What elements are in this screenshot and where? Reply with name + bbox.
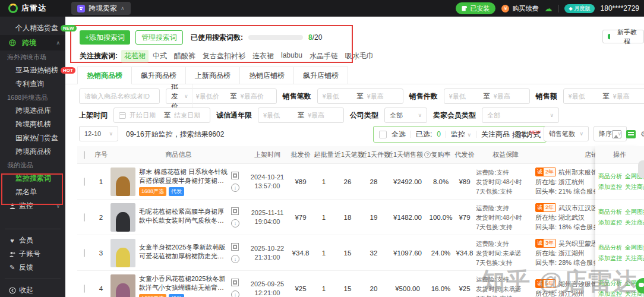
price-type-select[interactable]: 批发价∨	[171, 81, 192, 112]
sidebar-item-country-hot[interactable]: 国家热门货盘	[0, 131, 65, 145]
download-icon[interactable]	[231, 219, 239, 228]
product-image[interactable]	[111, 274, 135, 297]
keyword-tag[interactable]: 连衣裙	[250, 50, 277, 62]
orders-min-input[interactable]	[323, 93, 353, 100]
product-title[interactable]: 女童小香风花苞裙2025秋冬新款洋气小女孩蝴蝶结无袖背心公主裙	[139, 274, 228, 292]
product-title[interactable]: 毛呢花苞裙松紧高腰半身裙厚款中长款女装时尚气质秋冬季款A字裙	[139, 207, 228, 225]
follow-product-link[interactable]: 关注商品	[625, 219, 644, 227]
add-monitor-link[interactable]: 添加监控	[598, 183, 622, 191]
product-analysis-link[interactable]: 商品分析	[598, 172, 622, 181]
sidebar-item-feedback[interactable]: ✎反馈	[0, 261, 65, 274]
account-phone[interactable]: 180****2729	[601, 4, 639, 12]
sidebar-item-patent-search[interactable]: 专利查询	[0, 77, 65, 91]
product-analysis-link[interactable]: 商品分析	[598, 208, 622, 216]
batch-monitor-button[interactable]: 监控 ∨	[451, 129, 471, 140]
sidebar-item-picks-library[interactable]: 跨境选品库	[0, 104, 65, 118]
product-image[interactable]	[111, 203, 135, 232]
monitor-date-select[interactable]: 12-10∨	[79, 126, 118, 141]
renew-button[interactable]: ¥ 购买续费	[501, 4, 538, 13]
download-icon[interactable]	[231, 255, 239, 263]
qr-code-icon[interactable]	[231, 172, 239, 179]
date-end-input[interactable]	[174, 112, 205, 119]
sidebar-item-collapse[interactable]: 收起	[0, 283, 65, 297]
list-view-icon[interactable]	[626, 130, 636, 138]
sidebar-item-monitor[interactable]: 监控∨	[0, 199, 65, 213]
sidebar-item-amazon-hot[interactable]: 亚马逊热销榜HOT	[0, 64, 65, 77]
follow-product-link[interactable]: 关注商品	[625, 183, 644, 191]
floating-side-tab[interactable]	[638, 160, 644, 178]
price-max-input[interactable]	[241, 93, 272, 100]
keyword-tag[interactable]: 醋酸裤	[171, 50, 198, 62]
tab-飙升店铺榜[interactable]: 飙升店铺榜	[294, 67, 348, 84]
tab-上新商品榜[interactable]: 上新商品榜	[186, 67, 240, 84]
header-checkbox[interactable]	[84, 151, 85, 159]
keyword-tag[interactable]: 复古盘扣衬衫	[200, 50, 248, 62]
cloud-icon[interactable]: ☁	[544, 4, 552, 13]
date-start-input[interactable]	[130, 112, 160, 119]
row-checkbox[interactable]	[84, 285, 85, 293]
amount-min-input[interactable]	[569, 93, 599, 100]
product-title[interactable]: 那末 棉感花苞裙 日系秋冬针线百搭保暖显瘦半身裙打笼裙女2135-1	[139, 168, 228, 185]
follow-item-button[interactable]: 关注商品	[481, 129, 510, 140]
manage-keywords-button[interactable]: 管理搜索词	[135, 30, 183, 45]
image-search-link[interactable]: 全网图搜	[625, 208, 644, 216]
qr-code-icon[interactable]	[231, 207, 239, 215]
shop-name[interactable]: 杭州那末服饰有限公司	[558, 168, 595, 177]
workspace-tab[interactable]: 跨境卖家 ∧	[71, 2, 131, 15]
items-min-input[interactable]	[449, 93, 480, 100]
qr-code-icon[interactable]	[231, 279, 239, 286]
qr-code-icon[interactable]	[231, 243, 239, 251]
shop-name[interactable]: 湖州言汐服饰有限公司	[558, 279, 595, 289]
keyword-tag[interactable]: 花苞裙	[121, 50, 149, 62]
product-analysis-link[interactable]: 商品分析	[598, 279, 622, 287]
select-all-label[interactable]: 全选	[392, 129, 406, 140]
image-view-icon[interactable]	[612, 130, 621, 138]
sidebar-item-personal-picks[interactable]: 个人精选货盘NEW	[0, 21, 65, 35]
sidebar-item-monitor-keywords[interactable]: 监控搜索词	[0, 172, 65, 185]
sidebar-item-cross-border[interactable]: 跨境∧	[0, 35, 65, 50]
row-checkbox[interactable]	[84, 213, 85, 222]
add-keyword-button[interactable]: +添加搜索词	[80, 30, 130, 45]
shop-name[interactable]: 吴兴织里蒙恩制衣厂	[558, 239, 595, 248]
product-analysis-link[interactable]: 商品分析	[598, 244, 622, 252]
keyword-tag[interactable]: 吸水毛巾	[342, 50, 377, 62]
tab-热销店铺榜[interactable]: 热销店铺榜	[240, 67, 294, 84]
sort-field-select[interactable]: 销售笔数∨	[544, 126, 589, 141]
row-checkbox[interactable]	[84, 249, 85, 257]
select-all-checkbox[interactable]	[379, 131, 387, 138]
credit-max-input[interactable]	[308, 112, 339, 119]
keyword-tag[interactable]: labubu	[278, 50, 305, 62]
sidebar-item-opportunity-rank[interactable]: 跨境商机榜	[0, 118, 65, 131]
sidebar-item-blacklist[interactable]: 黑名单	[0, 185, 65, 199]
shop-name[interactable]: 武汉市江汉区清伊之…	[558, 203, 595, 213]
amount-max-input[interactable]	[613, 93, 644, 100]
tab-热销商品榜[interactable]: 热销商品榜	[77, 67, 132, 84]
product-title[interactable]: 女童半身裙2025冬季新款韩版可爱花苞裙加厚棉裙防走光蛋糕裙跨境	[139, 243, 228, 261]
orders-max-input[interactable]	[367, 93, 398, 100]
tab-飙升商品榜[interactable]: 飙升商品榜	[132, 67, 186, 84]
keyword-tag[interactable]: 中式	[150, 50, 170, 62]
sidebar-item-sub-account[interactable]: 子账号	[0, 247, 65, 261]
member-type-select[interactable]: 全部∨	[482, 108, 559, 123]
gear-icon[interactable]: ⚙	[640, 129, 644, 138]
sidebar-item-member[interactable]: ♥会员	[0, 233, 65, 247]
add-monitor-link[interactable]: 添加监控	[598, 254, 622, 263]
add-monitor-link[interactable]: 添加监控	[598, 219, 622, 227]
image-search-link[interactable]: 全网图搜	[625, 244, 644, 252]
tutorial-button[interactable]: 新手教程	[602, 30, 644, 43]
keyword-tag[interactable]: 水晶手链	[307, 50, 341, 62]
add-monitor-link[interactable]: 添加监控	[598, 290, 622, 297]
product-image[interactable]	[111, 168, 135, 196]
company-type-select[interactable]: 全部∨	[384, 108, 427, 123]
keyword-search-input[interactable]	[79, 89, 160, 104]
product-image[interactable]	[111, 239, 135, 267]
sidebar-item-product-rank[interactable]: 跨境商品榜	[0, 145, 65, 159]
follow-product-link[interactable]: 关注商品	[625, 254, 644, 263]
price-min-input[interactable]	[196, 93, 227, 100]
items-max-input[interactable]	[494, 93, 525, 100]
download-icon[interactable]	[231, 184, 239, 192]
credit-min-input[interactable]	[263, 112, 294, 119]
download-icon[interactable]	[231, 290, 239, 297]
installed-button[interactable]: 已安装	[456, 2, 495, 14]
row-checkbox[interactable]	[84, 178, 85, 186]
